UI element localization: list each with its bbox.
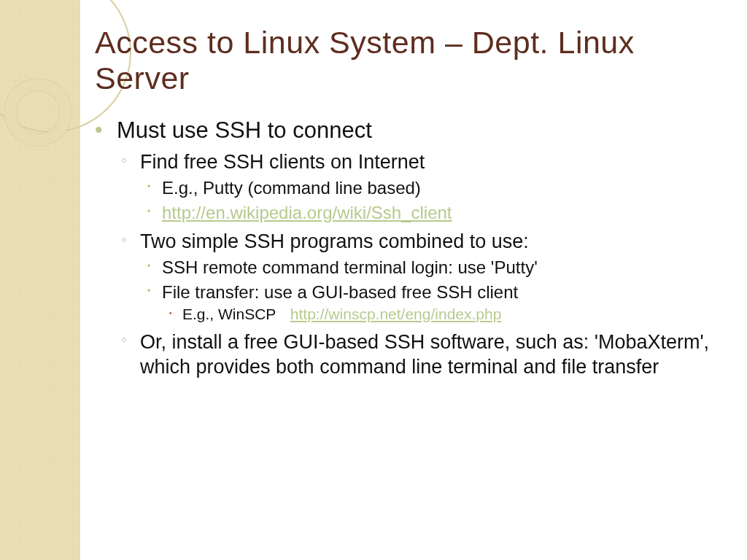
bullet-text: Find free SSH clients on Internet xyxy=(140,151,718,174)
bullet-sublist: Find free SSH clients on Internet E.g., … xyxy=(117,151,718,380)
bullet-list: Must use SSH to connect Find free SSH cl… xyxy=(95,117,718,380)
bullet-text: E.g., Putty (command line based) xyxy=(162,178,718,198)
slide-content: Access to Linux System – Dept. Linux Ser… xyxy=(95,25,718,385)
bullet-text: File transfer: use a GUI-based free SSH … xyxy=(162,282,718,303)
list-item: Two simple SSH programs combined to use:… xyxy=(117,230,718,323)
bullet-text: E.g., WinSCP xyxy=(182,306,276,322)
slide-title: Access to Linux System – Dept. Linux Ser… xyxy=(95,25,718,97)
list-item: Must use SSH to connect Find free SSH cl… xyxy=(95,117,718,380)
list-item: SSH remote command terminal login: use '… xyxy=(140,257,718,278)
bullet-text: SSH remote command terminal login: use '… xyxy=(162,257,718,278)
bullet-sublist: E.g., Putty (command line based) http://… xyxy=(140,178,718,223)
ring-decoration-small-outline xyxy=(4,79,71,146)
winscp-link[interactable]: http://winscp.net/eng/index.php xyxy=(290,306,502,322)
list-item: File transfer: use a GUI-based free SSH … xyxy=(140,282,718,323)
bullet-text: Or, install a free GUI-based SSH softwar… xyxy=(140,330,718,380)
bullet-text: Must use SSH to connect xyxy=(117,117,718,144)
bullet-text: Two simple SSH programs combined to use: xyxy=(140,230,718,253)
bullet-sublist: SSH remote command terminal login: use '… xyxy=(140,257,718,323)
list-item: E.g., WinSCP http://winscp.net/eng/index… xyxy=(162,306,718,323)
list-item: Find free SSH clients on Internet E.g., … xyxy=(117,151,718,223)
list-item: http://en.wikipedia.org/wiki/Ssh_client xyxy=(140,203,718,223)
list-item: E.g., Putty (command line based) xyxy=(140,178,718,198)
wikipedia-ssh-link[interactable]: http://en.wikipedia.org/wiki/Ssh_client xyxy=(162,203,452,222)
presentation-slide: Access to Linux System – Dept. Linux Ser… xyxy=(0,0,747,560)
list-item: Or, install a free GUI-based SSH softwar… xyxy=(117,330,718,380)
bullet-sublist: E.g., WinSCP http://winscp.net/eng/index… xyxy=(162,306,718,323)
